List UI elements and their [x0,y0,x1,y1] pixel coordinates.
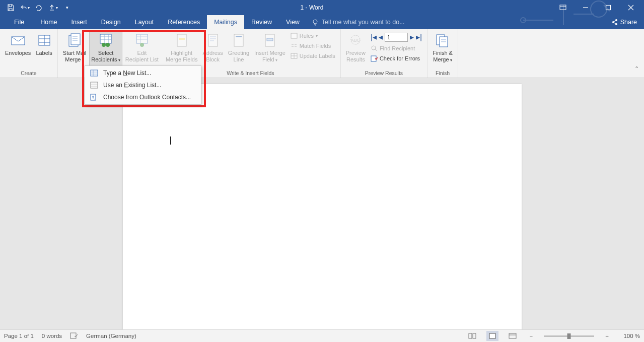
group-preview-results: ABC PreviewResults |◂ ◂ ▸ ▸| Find Recipi… [341,29,427,78]
title-bar: ▾ ▾ ▾ 1 - Word [0,0,644,15]
print-layout-button[interactable] [486,331,498,341]
svg-rect-12 [100,34,111,43]
insert-merge-field-button[interactable]: Insert MergeField ▾ [252,30,288,69]
greeting-icon [232,33,245,48]
svg-point-16 [140,43,144,47]
envelopes-button[interactable]: Envelopes [3,30,33,69]
match-icon [291,42,298,49]
previous-record-button[interactable]: ◂ [379,32,383,42]
tell-me-search[interactable]: Tell me what you want to do... [307,15,405,29]
zoom-slider[interactable] [544,335,594,337]
merge-field-icon [263,33,276,48]
status-bar: Page 1 of 1 0 words German (Germany) − +… [0,329,644,342]
svg-rect-11 [71,34,80,45]
rules-icon [291,32,298,39]
ribbon-tabs: File Home Insert Design Layout Reference… [0,15,644,29]
last-record-button[interactable]: ▸| [416,32,422,42]
tab-review[interactable]: Review [244,15,279,29]
zoom-level[interactable]: 100 % [620,333,640,339]
record-number-input[interactable] [385,33,408,42]
tab-view[interactable]: View [279,15,307,29]
tab-home[interactable]: Home [33,15,64,29]
type-new-list-item[interactable]: Type a New List... [85,67,201,79]
svg-point-13 [102,43,106,47]
labels-icon [38,34,51,47]
check-errors-icon [371,55,378,62]
customize-qat-button[interactable]: ▾ [61,2,73,13]
svg-rect-22 [267,38,273,41]
tab-references[interactable]: References [161,15,207,29]
finish-and-merge-button[interactable]: Finish &Merge ▾ [431,30,455,69]
match-fields-button[interactable]: Match Fields [289,41,337,50]
svg-point-4 [313,20,317,24]
proofing-button[interactable] [70,332,78,340]
svg-rect-39 [509,333,516,338]
svg-rect-38 [489,333,495,338]
use-existing-list-item[interactable]: Use an Existing List... [85,79,201,91]
text-cursor [170,136,171,145]
undo-button[interactable]: ▾ [19,2,30,13]
update-labels-button[interactable]: Update Labels [289,51,337,60]
group-create: Envelopes Labels Create [0,29,58,78]
svg-rect-20 [234,34,243,46]
select-recipients-menu: Type a New List... Use an Existing List.… [85,65,201,105]
maximize-button[interactable] [597,1,619,15]
word-count[interactable]: 0 words [42,333,62,339]
read-mode-button[interactable] [466,331,478,341]
highlight-merge-fields-button[interactable]: HighlightMerge Fields [164,30,200,69]
tab-mailings[interactable]: Mailings [207,15,244,29]
document-area[interactable] [0,78,644,329]
tab-design[interactable]: Design [94,15,128,29]
greeting-line-button[interactable]: GreetingLine [226,30,251,69]
svg-point-34 [92,96,94,98]
lightbulb-icon [312,19,319,26]
ribbon-display-options-button[interactable] [551,1,574,15]
new-list-icon [90,69,98,77]
svg-rect-23 [291,33,297,38]
redo-button[interactable] [33,2,44,13]
preview-results-button[interactable]: ABC PreviewResults [344,30,368,69]
edit-recipient-list-button[interactable]: EditRecipient List [123,30,161,69]
svg-rect-35 [70,333,76,338]
web-layout-button[interactable] [507,331,519,341]
rules-button[interactable]: Rules▾ [289,31,337,40]
share-icon [611,19,618,26]
svg-text:ABC: ABC [351,38,361,43]
select-recipients-button[interactable]: SelectRecipients ▾ [89,30,122,69]
close-button[interactable] [619,1,642,15]
next-record-button[interactable]: ▸ [410,32,414,42]
start-mail-merge-button[interactable]: Start MailMerge ▾ [61,30,88,69]
zoom-in-button[interactable]: + [602,333,612,339]
svg-point-27 [372,46,376,50]
share-button[interactable]: Share [604,15,644,29]
language-indicator[interactable]: German (Germany) [86,333,136,339]
tab-insert[interactable]: Insert [64,15,94,29]
quick-access-toolbar: ▾ ▾ ▾ [2,2,73,13]
collapse-ribbon-button[interactable]: ⌃ [634,65,639,72]
labels-button[interactable]: Labels [34,30,54,69]
address-block-button[interactable]: AddressBlock [200,30,225,69]
first-record-button[interactable]: |◂ [371,32,377,42]
window-title: 1 - Word [73,4,551,11]
edit-list-icon [134,33,150,48]
save-button[interactable] [5,2,16,13]
existing-list-icon [90,81,98,89]
zoom-out-button[interactable]: − [527,333,536,339]
tab-file[interactable]: File [5,15,33,29]
group-finish: Finish &Merge ▾ Finish [427,29,458,78]
svg-rect-31 [91,70,98,76]
minimize-button[interactable] [574,1,597,15]
touch-mode-button[interactable]: ▾ [47,2,58,13]
document-page[interactable] [123,84,522,329]
outlook-contacts-icon [90,93,98,101]
svg-rect-3 [606,6,610,10]
page-indicator[interactable]: Page 1 of 1 [4,333,34,339]
check-for-errors-button[interactable]: Check for Errors [369,54,424,63]
svg-rect-37 [473,333,476,338]
outlook-contacts-item[interactable]: Choose from Outlook Contacts... [85,91,201,103]
recipients-icon [98,33,113,48]
svg-rect-18 [179,38,185,40]
tab-layout[interactable]: Layout [128,15,161,29]
update-labels-icon [291,52,298,59]
find-recipient-button[interactable]: Find Recipient [369,44,424,53]
